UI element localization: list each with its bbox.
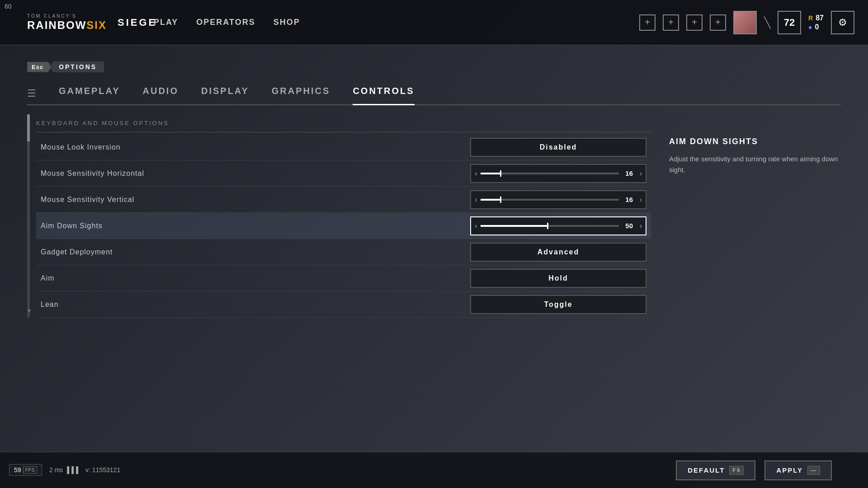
add-button-4[interactable]: + bbox=[710, 14, 726, 31]
tab-gameplay[interactable]: GAMEPLAY bbox=[59, 86, 120, 101]
apply-button[interactable]: APPLY — bbox=[764, 460, 832, 480]
fps-label: FPS bbox=[23, 466, 37, 474]
scroll-track[interactable]: ▼ bbox=[27, 114, 30, 318]
logo: TOM CLANCY'S RAINBOWSIX bbox=[27, 14, 107, 31]
aim-down-sights-slider[interactable]: ‹ 50 › bbox=[470, 216, 646, 235]
slider-track-v bbox=[481, 199, 618, 201]
slider-right-arrow[interactable]: › bbox=[640, 169, 642, 178]
tab-controls[interactable]: CONTROLS bbox=[353, 86, 414, 101]
esc-label: Esc bbox=[32, 64, 43, 70]
ping-value: 2 ms bbox=[49, 466, 63, 474]
mouse-look-inversion-label: Mouse Look Inversion bbox=[41, 143, 470, 151]
gadget-deployment-label: Gadget Deployment bbox=[41, 248, 470, 256]
setting-row-aim-down-sights: Aim Down Sights ‹ 50 › bbox=[36, 213, 651, 239]
options-label: OPTIONS bbox=[50, 61, 104, 72]
esc-button[interactable]: Esc bbox=[27, 62, 52, 72]
tab-graphics[interactable]: GRAPHICS bbox=[272, 86, 330, 101]
slider-track bbox=[481, 173, 618, 174]
slash-icon: ╲ bbox=[764, 16, 770, 29]
mouse-sens-v-slider[interactable]: ‹ 16 › bbox=[470, 190, 646, 209]
r-credits-icon: R bbox=[808, 14, 813, 22]
info-description: Adjust the sensitivity and turning rate … bbox=[669, 154, 841, 175]
tab-audio[interactable]: AUDIO bbox=[143, 86, 179, 101]
slider-fill-v bbox=[481, 199, 500, 201]
topbar: TOM CLANCY'S RAINBOWSIX SIEGE PLAY OPERA… bbox=[0, 0, 868, 45]
aim-dropdown[interactable]: Hold bbox=[470, 269, 646, 288]
settings-panel: ▼ KEYBOARD AND MOUSE OPTIONS Mouse Look … bbox=[27, 114, 651, 318]
slider-thumb-ads bbox=[547, 223, 548, 229]
logo-area: TOM CLANCY'S RAINBOWSIX SIEGE bbox=[0, 14, 145, 32]
mouse-look-inversion-dropdown[interactable]: Disabled bbox=[470, 138, 646, 157]
avatar[interactable] bbox=[733, 11, 757, 34]
slider-right-arrow-ads[interactable]: › bbox=[640, 222, 642, 230]
slider-fill bbox=[481, 173, 500, 174]
aim-control: Hold bbox=[470, 269, 646, 288]
slider-thumb bbox=[500, 170, 501, 177]
info-panel: AIM DOWN SIGHTS Adjust the sensitivity a… bbox=[669, 114, 841, 318]
version-value: v: 11553121 bbox=[85, 466, 120, 474]
logo-tom-clancys: TOM CLANCY'S bbox=[27, 14, 107, 19]
main-content: Esc OPTIONS ☰ GAMEPLAY AUDIO DISPLAY GRA… bbox=[27, 45, 841, 488]
mouse-look-inversion-control: Disabled bbox=[470, 138, 646, 157]
logo-six: SIX bbox=[86, 19, 107, 31]
apply-label: APPLY bbox=[776, 466, 803, 474]
options-text: OPTIONS bbox=[59, 63, 97, 70]
mouse-sens-h-slider[interactable]: ‹ 16 › bbox=[470, 164, 646, 183]
scroll-thumb[interactable] bbox=[27, 114, 30, 141]
nav-operators[interactable]: OPERATORS bbox=[196, 18, 255, 27]
tab-nav: ☰ GAMEPLAY AUDIO DISPLAY GRAPHICS CONTRO… bbox=[27, 86, 841, 105]
slider-left-arrow-ads[interactable]: ‹ bbox=[475, 222, 477, 230]
nav-play[interactable]: PLAY bbox=[154, 18, 178, 27]
settings-button[interactable]: ⚙ bbox=[831, 11, 854, 34]
slider-thumb-v bbox=[500, 197, 501, 203]
default-key: F9 bbox=[729, 466, 744, 475]
gadget-deployment-dropdown[interactable]: Advanced bbox=[470, 243, 646, 262]
default-button[interactable]: Default F9 bbox=[676, 460, 755, 480]
mouse-sens-h-label: Mouse Sensitivity Horizontal bbox=[41, 169, 470, 178]
lean-dropdown[interactable]: Toggle bbox=[470, 295, 646, 314]
breadcrumb: Esc OPTIONS bbox=[27, 61, 841, 72]
gadget-deployment-value: Advanced bbox=[538, 248, 579, 256]
lean-label: Lean bbox=[41, 300, 470, 309]
r-credits-value: 87 bbox=[816, 14, 824, 22]
version-display: v: 11553121 bbox=[85, 466, 120, 474]
tab-icon-controls: ☰ bbox=[27, 88, 36, 99]
topbar-right: + + + + ╲ 72 R 87 ● 0 ⚙ bbox=[639, 11, 868, 34]
ping-bars-icon: ▐▐▐ bbox=[65, 466, 78, 474]
add-button-3[interactable]: + bbox=[686, 14, 703, 31]
aim-value: Hold bbox=[548, 274, 568, 282]
setting-row-lean: Lean Toggle bbox=[36, 291, 651, 318]
mouse-sens-v-value: 16 bbox=[623, 196, 636, 203]
fps-value: 60 bbox=[5, 3, 12, 10]
nav-shop[interactable]: SHOP bbox=[274, 18, 300, 27]
fps-corner: 60 bbox=[5, 3, 12, 10]
mouse-sens-h-control: ‹ 16 › bbox=[470, 164, 646, 183]
currency-b-credits: ● 0 bbox=[808, 23, 824, 31]
default-label: Default bbox=[688, 466, 725, 474]
scroll-down-icon: ▼ bbox=[27, 308, 30, 313]
nav-items: PLAY OPERATORS SHOP bbox=[145, 18, 300, 27]
slider-left-arrow-v[interactable]: ‹ bbox=[475, 196, 477, 204]
aim-down-sights-control: ‹ 50 › bbox=[470, 216, 646, 235]
mouse-sens-v-control: ‹ 16 › bbox=[470, 190, 646, 209]
avatar-image bbox=[734, 12, 756, 33]
fps-number: 59 bbox=[14, 466, 21, 474]
info-title: AIM DOWN SIGHTS bbox=[669, 137, 841, 146]
status-bar: 59 FPS 2 ms ▐▐▐ v: 11553121 bbox=[0, 452, 120, 488]
bottom-bar: Default F9 APPLY — bbox=[0, 452, 868, 488]
logo-rainbow: RAINBOWSIX bbox=[27, 19, 107, 31]
apply-key: — bbox=[807, 466, 820, 475]
slider-left-arrow[interactable]: ‹ bbox=[475, 169, 477, 178]
lean-control: Toggle bbox=[470, 295, 646, 314]
level-badge: 72 bbox=[778, 11, 801, 34]
slider-right-arrow-v[interactable]: › bbox=[640, 196, 642, 204]
fps-display: 59 FPS bbox=[9, 464, 42, 476]
settings-area: ▼ KEYBOARD AND MOUSE OPTIONS Mouse Look … bbox=[27, 114, 841, 318]
add-button-1[interactable]: + bbox=[639, 14, 656, 31]
add-button-2[interactable]: + bbox=[663, 14, 679, 31]
setting-row-aim: Aim Hold bbox=[36, 265, 651, 291]
mouse-sens-v-label: Mouse Sensitivity Vertical bbox=[41, 196, 470, 204]
tab-display[interactable]: DISPLAY bbox=[201, 86, 249, 101]
setting-row-gadget-deployment: Gadget Deployment Advanced bbox=[36, 239, 651, 265]
aim-down-sights-label: Aim Down Sights bbox=[41, 222, 470, 230]
